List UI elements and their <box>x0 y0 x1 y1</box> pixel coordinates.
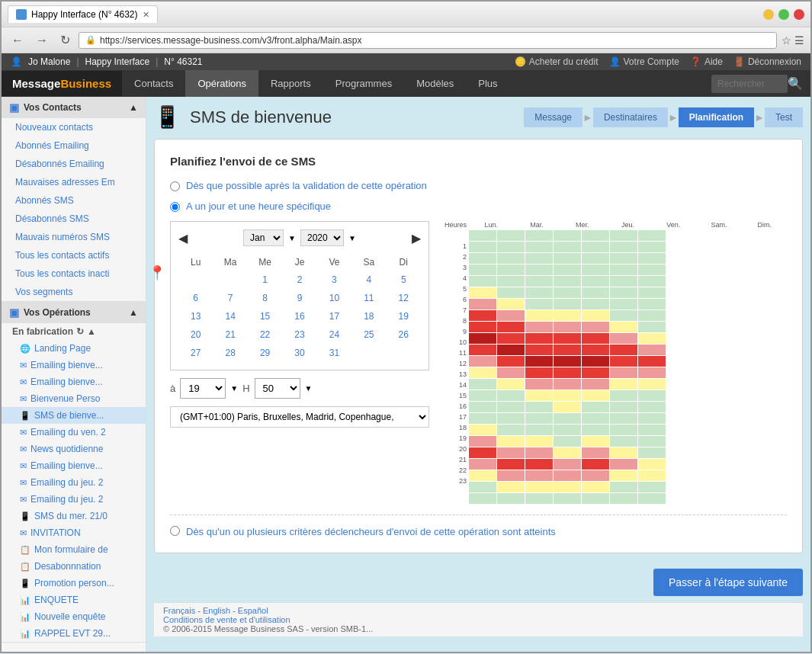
next-step-button[interactable]: Passer à l'étape suivante <box>653 569 803 596</box>
calendar-day[interactable]: 24 <box>317 325 351 344</box>
calendar-day[interactable] <box>213 271 247 289</box>
op-formulaire[interactable]: 📋Mon formulaire de <box>2 541 146 558</box>
contacts-item-nouveaux[interactable]: Nouveaux contacts <box>2 118 146 136</box>
footer-lang-en[interactable]: English <box>203 606 230 615</box>
help-link[interactable]: ❓ Aide <box>690 56 723 67</box>
footer-lang-es[interactable]: Español <box>238 606 268 615</box>
op-enquete[interactable]: 📊ENQUETE <box>2 591 146 608</box>
calendar-day[interactable]: 10 <box>317 289 351 307</box>
contacts-item-mauvais-numeros[interactable]: Mauvais numéros SMS <box>2 228 146 246</box>
forward-button[interactable]: → <box>32 32 52 49</box>
buy-credit-link[interactable]: 🪙 Acheter du crédit <box>515 56 599 67</box>
calendar-day[interactable]: 2 <box>282 271 316 289</box>
op-nouvelle-enquete[interactable]: 📊Nouvelle enquête <box>2 608 146 625</box>
operations-section-header[interactable]: ▣ Vos Opérations ▲ <box>2 302 146 323</box>
hour-select[interactable]: 19 <box>180 378 226 399</box>
option1-label[interactable]: Dès que possible après la validation de … <box>186 180 427 191</box>
wizard-step-test[interactable]: Test <box>765 107 803 127</box>
calendar-day[interactable]: 14 <box>213 307 247 325</box>
calendar-day[interactable]: 18 <box>351 307 386 325</box>
option2-radio[interactable] <box>170 202 180 212</box>
calendar-day[interactable]: 6 <box>178 289 213 307</box>
op-emailing-jeu-1[interactable]: ✉Emailing du jeu. 2 <box>2 474 146 491</box>
minute-select[interactable]: 50 <box>255 378 300 399</box>
wizard-step-planification[interactable]: Planification <box>679 107 754 127</box>
op-landing-page[interactable]: 🌐Landing Page <box>2 340 146 357</box>
calendar-day[interactable]: 1 <box>248 271 282 289</box>
option3-label[interactable]: Dès qu'un ou plusieurs critères déclench… <box>186 526 556 537</box>
calendar-next-button[interactable]: ▶ <box>412 231 421 245</box>
calendar-day[interactable]: 25 <box>351 325 386 344</box>
calendar-day[interactable]: 13 <box>178 307 213 325</box>
contacts-item-segments[interactable]: Vos segments <box>2 283 146 301</box>
year-select[interactable]: 201920202021 <box>300 229 344 246</box>
option3-radio[interactable] <box>170 526 180 536</box>
calendar-day[interactable]: 19 <box>387 307 421 325</box>
menu-icon[interactable]: ☰ <box>794 34 804 46</box>
calendar-day[interactable]: 11 <box>351 289 386 307</box>
bookmark-icon[interactable]: ☆ <box>782 34 791 46</box>
calendar-day[interactable]: 17 <box>317 307 351 325</box>
op-sms-bienvenue[interactable]: 📱SMS de bienve... <box>2 407 146 424</box>
contacts-section-header[interactable]: ▣ Vos Contacts ▲ <box>2 97 146 118</box>
calendar-day[interactable]: 8 <box>248 289 282 307</box>
search-button[interactable]: 🔍 <box>788 76 803 91</box>
my-account-link[interactable]: 👤 Votre Compte <box>609 56 679 67</box>
op-news-quotidienne[interactable]: ✉News quotidienne <box>2 441 146 457</box>
op-emailing-jeu-2[interactable]: ✉Emailing du jeu. 2 <box>2 491 146 508</box>
browser-tab[interactable]: Happy Interface (N° 4632) ✕ <box>8 5 158 23</box>
op-sms-mer[interactable]: 📱SMS du mer. 21/0 <box>2 508 146 524</box>
op-invitation[interactable]: ✉INVITATION <box>2 524 146 541</box>
nav-item-contacts[interactable]: Contacts <box>122 70 185 97</box>
calendar-day[interactable]: 12 <box>387 289 421 307</box>
minimize-button[interactable] <box>763 9 774 20</box>
calendar-day[interactable]: 28 <box>213 344 247 362</box>
op-rappel-evt[interactable]: 📊RAPPEL EVT 29... <box>2 625 146 642</box>
calendar-day[interactable]: 30 <box>282 344 316 362</box>
wizard-step-message[interactable]: Message <box>524 107 583 127</box>
nav-item-operations[interactable]: Opérations <box>185 70 258 97</box>
op-desabonnation[interactable]: 📋Desabonnnation <box>2 558 146 575</box>
calendar-day[interactable]: 23 <box>282 325 316 344</box>
calendar-day[interactable] <box>178 271 213 289</box>
logout-link[interactable]: 🚪 Déconnexion <box>733 56 801 67</box>
op-promotion[interactable]: 📱Promotion person... <box>2 575 146 591</box>
calendar-day[interactable]: 3 <box>317 271 351 289</box>
contacts-item-tous-actifs[interactable]: Tous les contacts actifs <box>2 246 146 264</box>
tab-close-button[interactable]: ✕ <box>143 10 149 20</box>
contacts-item-desabonnes-emailing[interactable]: Désabonnés Emailing <box>2 155 146 173</box>
calendar-day[interactable]: 5 <box>387 271 421 289</box>
op-emailing-ven[interactable]: ✉Emailing du ven. 2 <box>2 424 146 441</box>
address-bar[interactable]: 🔒 https://services.message-business.com/… <box>79 32 777 49</box>
calendar-day[interactable] <box>387 344 421 362</box>
calendar-day[interactable]: 29 <box>248 344 282 362</box>
timezone-select[interactable]: (GMT+01:00) Paris, Bruxelles, Madrid, Co… <box>170 406 429 428</box>
calendar-day[interactable]: 9 <box>282 289 316 307</box>
contacts-item-mauvaises-adresses[interactable]: Mauvaises adresses Em <box>2 173 146 191</box>
calendar-prev-button[interactable]: ◀ <box>178 231 188 245</box>
refresh-button[interactable]: ↻ <box>56 31 74 49</box>
maximize-button[interactable] <box>778 9 789 20</box>
wizard-step-destinataires[interactable]: Destinataires <box>593 107 668 127</box>
en-fabrication-header[interactable]: En fabrication ↻ ▲ <box>2 323 146 340</box>
op-bienvenue-perso[interactable]: ✉Bienvenue Perso <box>2 390 146 407</box>
op-emailing-2[interactable]: ✉Emailing bienve... <box>2 373 146 390</box>
calendar-day[interactable]: 31 <box>317 344 351 362</box>
calendar-day[interactable]: 16 <box>282 307 316 325</box>
contacts-item-tous-inactifs[interactable]: Tous les contacts inacti <box>2 264 146 283</box>
month-select[interactable]: JanFebMarApr MayJunJulAug SepOctNovDec <box>243 229 284 246</box>
footer-conditions[interactable]: Conditions de vente et d'utilisation <box>163 615 290 624</box>
calendar-day[interactable]: 20 <box>178 325 213 344</box>
search-input[interactable] <box>711 75 788 93</box>
op-emailing-3[interactable]: ✉Emailing bienve... <box>2 457 146 474</box>
calendar-day[interactable] <box>351 344 386 362</box>
calendar-day[interactable]: 15 <box>248 307 282 325</box>
back-button[interactable]: ← <box>8 32 27 49</box>
calendar-day[interactable]: 22 <box>248 325 282 344</box>
nav-item-plus[interactable]: Plus <box>466 70 509 97</box>
op-emailing-1[interactable]: ✉Emailing bienve... <box>2 357 146 373</box>
contacts-item-abonnes-sms[interactable]: Abonnés SMS <box>2 191 146 210</box>
option1-radio[interactable] <box>170 181 180 191</box>
nav-item-programmes[interactable]: Programmes <box>323 70 404 97</box>
calendar-day[interactable]: 26 <box>387 325 421 344</box>
